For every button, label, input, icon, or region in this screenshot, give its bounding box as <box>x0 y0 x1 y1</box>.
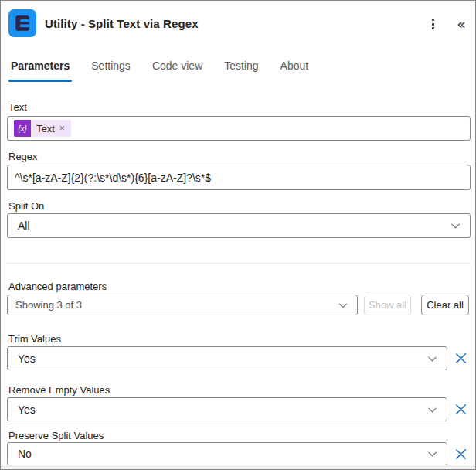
trim-values-value: Yes <box>8 352 36 365</box>
remove-empty-values-select[interactable]: Yes <box>7 397 447 421</box>
advanced-summary: Showing 3 of 3 <box>8 299 82 311</box>
token-remove-icon[interactable]: × <box>60 124 65 133</box>
preserve-split-values-value: No <box>8 448 32 460</box>
split-on-value: All <box>8 220 30 232</box>
clear-all-button[interactable]: Clear all <box>421 295 469 315</box>
connector-icon <box>8 9 36 37</box>
text-input[interactable]: {x} Text × <box>7 116 471 141</box>
text-token-pill[interactable]: {x} Text × <box>14 120 71 137</box>
trim-values-label: Trim Values <box>8 333 61 345</box>
encodian-e-glyph <box>12 13 32 33</box>
advanced-parameters-dropdown[interactable]: Showing 3 of 3 <box>7 295 358 315</box>
token-label: Text <box>36 123 55 135</box>
collapse-panel-button[interactable]: « <box>450 13 472 35</box>
preserve-split-values-label: Preserve Split Values <box>8 430 104 441</box>
collapse-icon: « <box>457 17 466 32</box>
chevron-down-icon <box>450 220 461 232</box>
show-all-button[interactable]: Show all <box>364 295 411 315</box>
chevron-down-icon <box>427 448 438 460</box>
tab-bar: Parameters Settings Code view Testing Ab… <box>10 58 309 82</box>
chevron-down-icon <box>427 404 438 415</box>
more-options-icon <box>432 19 434 29</box>
tab-testing[interactable]: Testing <box>223 58 259 82</box>
chevron-down-icon <box>427 352 438 364</box>
page-title: Utility - Split Text via Regex <box>45 17 199 30</box>
preserve-split-values-remove-button[interactable] <box>449 442 472 465</box>
split-on-select[interactable]: All <box>7 213 471 238</box>
action-config-panel: Utility - Split Text via Regex « Paramet… <box>0 0 476 470</box>
dismiss-icon <box>454 448 468 461</box>
preserve-split-values-select[interactable]: No <box>7 442 447 465</box>
advanced-parameters-label: Advanced parameters <box>8 281 107 292</box>
split-on-label: Split On <box>8 200 44 212</box>
trim-values-remove-button[interactable] <box>449 346 472 370</box>
dynamic-content-icon: {x} <box>14 120 31 137</box>
remove-empty-values-remove-button[interactable] <box>449 397 472 421</box>
regex-input[interactable]: ^\s*[a-zA-Z]{2}(?:\s*\d\s*){6}[a-zA-Z]?\… <box>7 165 471 190</box>
more-options-button[interactable] <box>422 13 444 35</box>
section-divider <box>7 263 471 264</box>
regex-value: ^\s*[a-zA-Z]{2}(?:\s*\d\s*){6}[a-zA-Z]?\… <box>15 172 211 184</box>
trim-values-select[interactable]: Yes <box>7 346 447 370</box>
dismiss-icon <box>454 403 468 416</box>
dismiss-icon <box>454 352 468 365</box>
chevron-down-icon <box>338 300 348 311</box>
tab-about[interactable]: About <box>280 58 310 82</box>
remove-empty-values-label: Remove Empty Values <box>8 384 110 396</box>
text-label: Text <box>8 101 27 113</box>
panel-bottom-edge <box>1 465 475 469</box>
tab-parameters[interactable]: Parameters <box>10 58 70 82</box>
tab-settings[interactable]: Settings <box>90 58 131 82</box>
tab-code-view[interactable]: Code view <box>151 58 203 82</box>
remove-empty-values-value: Yes <box>8 404 36 416</box>
regex-label: Regex <box>8 151 38 162</box>
